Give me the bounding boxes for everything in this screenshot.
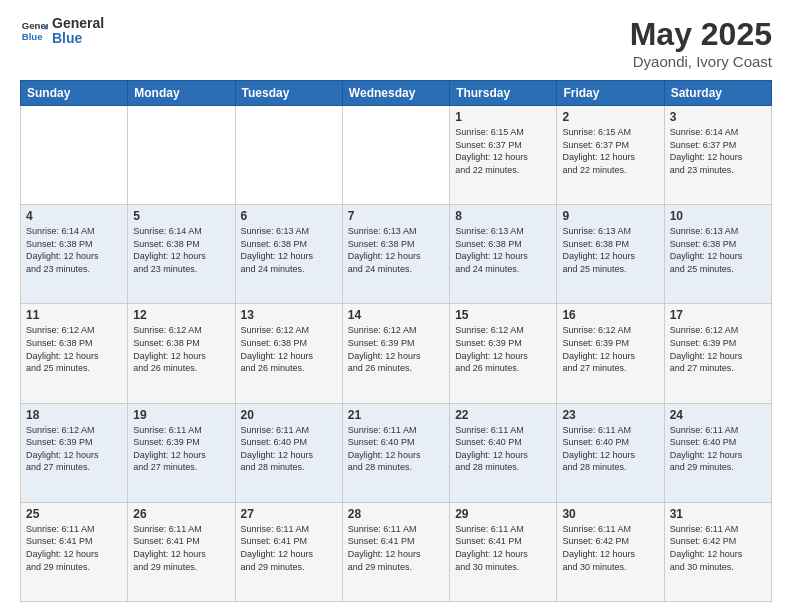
calendar-cell: 13Sunrise: 6:12 AM Sunset: 6:38 PM Dayli…: [235, 304, 342, 403]
header-monday: Monday: [128, 81, 235, 106]
day-info: Sunrise: 6:11 AM Sunset: 6:41 PM Dayligh…: [133, 523, 229, 573]
header-wednesday: Wednesday: [342, 81, 449, 106]
day-info: Sunrise: 6:12 AM Sunset: 6:39 PM Dayligh…: [670, 324, 766, 374]
day-info: Sunrise: 6:11 AM Sunset: 6:42 PM Dayligh…: [562, 523, 658, 573]
calendar-table: Sunday Monday Tuesday Wednesday Thursday…: [20, 80, 772, 602]
day-number: 17: [670, 308, 766, 322]
calendar-cell: 12Sunrise: 6:12 AM Sunset: 6:38 PM Dayli…: [128, 304, 235, 403]
day-info: Sunrise: 6:12 AM Sunset: 6:39 PM Dayligh…: [455, 324, 551, 374]
day-number: 10: [670, 209, 766, 223]
day-info: Sunrise: 6:13 AM Sunset: 6:38 PM Dayligh…: [562, 225, 658, 275]
day-info: Sunrise: 6:11 AM Sunset: 6:40 PM Dayligh…: [455, 424, 551, 474]
day-number: 13: [241, 308, 337, 322]
day-number: 23: [562, 408, 658, 422]
day-number: 16: [562, 308, 658, 322]
day-info: Sunrise: 6:13 AM Sunset: 6:38 PM Dayligh…: [241, 225, 337, 275]
day-number: 15: [455, 308, 551, 322]
day-number: 29: [455, 507, 551, 521]
day-number: 4: [26, 209, 122, 223]
title-block: May 2025 Dyaondi, Ivory Coast: [630, 16, 772, 70]
day-number: 30: [562, 507, 658, 521]
calendar-cell: 26Sunrise: 6:11 AM Sunset: 6:41 PM Dayli…: [128, 502, 235, 601]
day-info: Sunrise: 6:12 AM Sunset: 6:38 PM Dayligh…: [241, 324, 337, 374]
day-number: 3: [670, 110, 766, 124]
day-number: 6: [241, 209, 337, 223]
day-number: 14: [348, 308, 444, 322]
calendar-cell: [128, 106, 235, 205]
day-number: 5: [133, 209, 229, 223]
days-header-row: Sunday Monday Tuesday Wednesday Thursday…: [21, 81, 772, 106]
calendar-cell: 31Sunrise: 6:11 AM Sunset: 6:42 PM Dayli…: [664, 502, 771, 601]
calendar-cell: [235, 106, 342, 205]
day-info: Sunrise: 6:12 AM Sunset: 6:38 PM Dayligh…: [26, 324, 122, 374]
calendar-cell: 1Sunrise: 6:15 AM Sunset: 6:37 PM Daylig…: [450, 106, 557, 205]
day-number: 11: [26, 308, 122, 322]
logo-blue: Blue: [52, 30, 82, 46]
calendar-week-2: 4Sunrise: 6:14 AM Sunset: 6:38 PM Daylig…: [21, 205, 772, 304]
day-number: 21: [348, 408, 444, 422]
calendar-cell: 17Sunrise: 6:12 AM Sunset: 6:39 PM Dayli…: [664, 304, 771, 403]
day-number: 22: [455, 408, 551, 422]
day-number: 12: [133, 308, 229, 322]
calendar-cell: 5Sunrise: 6:14 AM Sunset: 6:38 PM Daylig…: [128, 205, 235, 304]
calendar-cell: 24Sunrise: 6:11 AM Sunset: 6:40 PM Dayli…: [664, 403, 771, 502]
logo-icon: General Blue: [20, 17, 48, 45]
calendar-cell: 4Sunrise: 6:14 AM Sunset: 6:38 PM Daylig…: [21, 205, 128, 304]
svg-text:Blue: Blue: [22, 31, 43, 42]
day-number: 8: [455, 209, 551, 223]
calendar-cell: 28Sunrise: 6:11 AM Sunset: 6:41 PM Dayli…: [342, 502, 449, 601]
header: General Blue General Blue May 2025 Dyaon…: [20, 16, 772, 70]
day-number: 1: [455, 110, 551, 124]
day-info: Sunrise: 6:13 AM Sunset: 6:38 PM Dayligh…: [670, 225, 766, 275]
calendar-cell: 3Sunrise: 6:14 AM Sunset: 6:37 PM Daylig…: [664, 106, 771, 205]
day-info: Sunrise: 6:11 AM Sunset: 6:42 PM Dayligh…: [670, 523, 766, 573]
logo-general: General: [52, 15, 104, 31]
day-number: 2: [562, 110, 658, 124]
calendar-cell: 8Sunrise: 6:13 AM Sunset: 6:38 PM Daylig…: [450, 205, 557, 304]
calendar-cell: 10Sunrise: 6:13 AM Sunset: 6:38 PM Dayli…: [664, 205, 771, 304]
calendar-location: Dyaondi, Ivory Coast: [630, 53, 772, 70]
day-number: 24: [670, 408, 766, 422]
calendar-week-5: 25Sunrise: 6:11 AM Sunset: 6:41 PM Dayli…: [21, 502, 772, 601]
calendar-week-3: 11Sunrise: 6:12 AM Sunset: 6:38 PM Dayli…: [21, 304, 772, 403]
calendar-cell: 29Sunrise: 6:11 AM Sunset: 6:41 PM Dayli…: [450, 502, 557, 601]
day-info: Sunrise: 6:13 AM Sunset: 6:38 PM Dayligh…: [455, 225, 551, 275]
header-saturday: Saturday: [664, 81, 771, 106]
day-info: Sunrise: 6:12 AM Sunset: 6:38 PM Dayligh…: [133, 324, 229, 374]
day-info: Sunrise: 6:11 AM Sunset: 6:41 PM Dayligh…: [241, 523, 337, 573]
calendar-cell: 2Sunrise: 6:15 AM Sunset: 6:37 PM Daylig…: [557, 106, 664, 205]
day-info: Sunrise: 6:14 AM Sunset: 6:38 PM Dayligh…: [133, 225, 229, 275]
day-number: 31: [670, 507, 766, 521]
calendar-cell: 19Sunrise: 6:11 AM Sunset: 6:39 PM Dayli…: [128, 403, 235, 502]
day-info: Sunrise: 6:14 AM Sunset: 6:37 PM Dayligh…: [670, 126, 766, 176]
day-info: Sunrise: 6:11 AM Sunset: 6:40 PM Dayligh…: [562, 424, 658, 474]
day-info: Sunrise: 6:11 AM Sunset: 6:40 PM Dayligh…: [241, 424, 337, 474]
calendar-cell: 6Sunrise: 6:13 AM Sunset: 6:38 PM Daylig…: [235, 205, 342, 304]
day-info: Sunrise: 6:12 AM Sunset: 6:39 PM Dayligh…: [348, 324, 444, 374]
day-info: Sunrise: 6:12 AM Sunset: 6:39 PM Dayligh…: [562, 324, 658, 374]
logo: General Blue General Blue: [20, 16, 104, 47]
header-thursday: Thursday: [450, 81, 557, 106]
calendar-cell: 11Sunrise: 6:12 AM Sunset: 6:38 PM Dayli…: [21, 304, 128, 403]
day-info: Sunrise: 6:11 AM Sunset: 6:40 PM Dayligh…: [670, 424, 766, 474]
day-info: Sunrise: 6:11 AM Sunset: 6:41 PM Dayligh…: [348, 523, 444, 573]
day-info: Sunrise: 6:13 AM Sunset: 6:38 PM Dayligh…: [348, 225, 444, 275]
day-number: 27: [241, 507, 337, 521]
day-info: Sunrise: 6:12 AM Sunset: 6:39 PM Dayligh…: [26, 424, 122, 474]
day-number: 28: [348, 507, 444, 521]
day-info: Sunrise: 6:14 AM Sunset: 6:38 PM Dayligh…: [26, 225, 122, 275]
svg-text:General: General: [22, 21, 48, 32]
day-number: 19: [133, 408, 229, 422]
calendar-cell: 22Sunrise: 6:11 AM Sunset: 6:40 PM Dayli…: [450, 403, 557, 502]
calendar-week-4: 18Sunrise: 6:12 AM Sunset: 6:39 PM Dayli…: [21, 403, 772, 502]
calendar-cell: 23Sunrise: 6:11 AM Sunset: 6:40 PM Dayli…: [557, 403, 664, 502]
day-info: Sunrise: 6:11 AM Sunset: 6:40 PM Dayligh…: [348, 424, 444, 474]
calendar-cell: [21, 106, 128, 205]
day-info: Sunrise: 6:15 AM Sunset: 6:37 PM Dayligh…: [562, 126, 658, 176]
day-number: 7: [348, 209, 444, 223]
day-info: Sunrise: 6:15 AM Sunset: 6:37 PM Dayligh…: [455, 126, 551, 176]
calendar-cell: 14Sunrise: 6:12 AM Sunset: 6:39 PM Dayli…: [342, 304, 449, 403]
day-number: 18: [26, 408, 122, 422]
calendar-cell: [342, 106, 449, 205]
calendar-cell: 27Sunrise: 6:11 AM Sunset: 6:41 PM Dayli…: [235, 502, 342, 601]
